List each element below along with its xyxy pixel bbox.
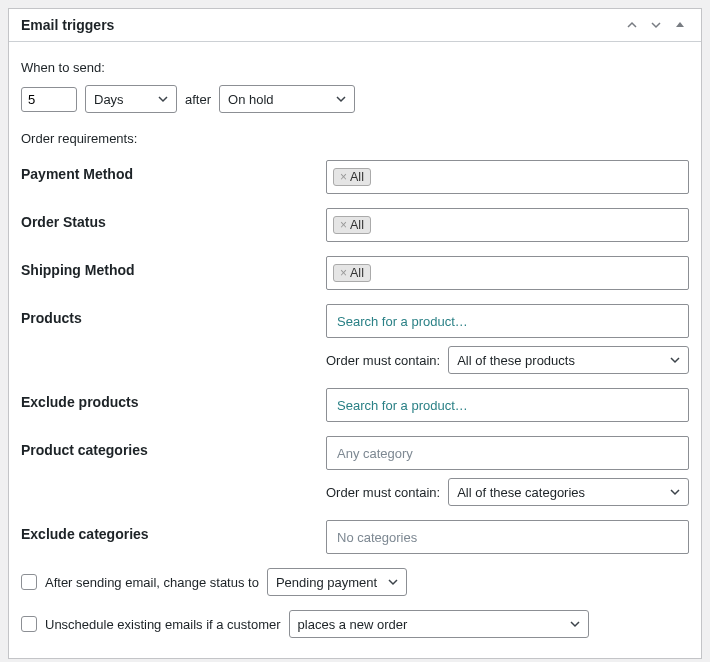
shipping-method-label: Shipping Method	[21, 256, 326, 278]
panel-header-controls	[627, 20, 689, 30]
panel-body: When to send: Days after On hold Order r…	[9, 42, 701, 658]
products-search-placeholder: Search for a product…	[337, 314, 468, 329]
after-sending-row: After sending email, change status to Pe…	[21, 568, 689, 596]
exclude-products-row: Exclude products Search for a product…	[21, 388, 689, 422]
exclude-categories-input[interactable]: No categories	[326, 520, 689, 554]
payment-method-input[interactable]: ×All	[326, 160, 689, 194]
exclude-categories-row: Exclude categories No categories	[21, 520, 689, 554]
product-categories-row: Product categories Any category Order mu…	[21, 436, 689, 506]
token-all[interactable]: ×All	[333, 168, 371, 186]
chevron-down-icon	[670, 355, 680, 365]
after-status-value: On hold	[228, 92, 274, 107]
shipping-method-input[interactable]: ×All	[326, 256, 689, 290]
chevron-down-icon	[570, 619, 580, 629]
categories-must-contain-label: Order must contain:	[326, 485, 440, 500]
collapse-toggle-icon[interactable]	[675, 20, 689, 30]
chevron-down-icon	[336, 94, 346, 104]
token-all[interactable]: ×All	[333, 264, 371, 282]
remove-token-icon[interactable]: ×	[340, 170, 347, 184]
chevron-down-icon	[670, 487, 680, 497]
panel-header: Email triggers	[9, 9, 701, 42]
exclude-categories-label: Exclude categories	[21, 520, 326, 542]
products-row: Products Search for a product… Order mus…	[21, 304, 689, 374]
shipping-method-row: Shipping Method ×All	[21, 256, 689, 290]
when-to-send-heading: When to send:	[21, 60, 689, 75]
products-label: Products	[21, 304, 326, 326]
delay-unit-select[interactable]: Days	[85, 85, 177, 113]
categories-must-contain-value: All of these categories	[457, 485, 585, 500]
order-requirements-heading: Order requirements:	[21, 131, 689, 146]
after-sending-status-select[interactable]: Pending payment	[267, 568, 407, 596]
exclude-categories-placeholder: No categories	[337, 530, 417, 545]
unschedule-checkbox[interactable]	[21, 616, 37, 632]
exclude-products-search-input[interactable]: Search for a product…	[326, 388, 689, 422]
products-must-contain-label: Order must contain:	[326, 353, 440, 368]
after-sending-status-value: Pending payment	[276, 575, 377, 590]
after-sending-checkbox[interactable]	[21, 574, 37, 590]
chevron-down-icon	[158, 94, 168, 104]
payment-method-row: Payment Method ×All	[21, 160, 689, 194]
unschedule-condition-select[interactable]: places a new order	[289, 610, 589, 638]
after-status-select[interactable]: On hold	[219, 85, 355, 113]
delay-amount-input[interactable]	[21, 87, 77, 112]
order-status-row: Order Status ×All	[21, 208, 689, 242]
unschedule-condition-value: places a new order	[298, 617, 408, 632]
unschedule-row: Unschedule existing emails if a customer…	[21, 610, 689, 638]
token-all[interactable]: ×All	[333, 216, 371, 234]
payment-method-label: Payment Method	[21, 160, 326, 182]
products-must-contain-value: All of these products	[457, 353, 575, 368]
products-must-contain-row: Order must contain: All of these product…	[326, 346, 689, 374]
after-label: after	[185, 92, 211, 107]
panel-title: Email triggers	[21, 17, 114, 33]
product-categories-placeholder: Any category	[337, 446, 413, 461]
exclude-products-label: Exclude products	[21, 388, 326, 410]
move-up-icon[interactable]	[627, 20, 641, 30]
email-triggers-panel: Email triggers When to send: Days after …	[8, 8, 702, 659]
delay-unit-value: Days	[94, 92, 124, 107]
when-to-send-row: Days after On hold	[21, 85, 689, 113]
order-status-label: Order Status	[21, 208, 326, 230]
products-search-input[interactable]: Search for a product…	[326, 304, 689, 338]
order-status-input[interactable]: ×All	[326, 208, 689, 242]
remove-token-icon[interactable]: ×	[340, 266, 347, 280]
categories-must-contain-select[interactable]: All of these categories	[448, 478, 689, 506]
remove-token-icon[interactable]: ×	[340, 218, 347, 232]
after-sending-label: After sending email, change status to	[45, 575, 259, 590]
move-down-icon[interactable]	[651, 20, 665, 30]
product-categories-input[interactable]: Any category	[326, 436, 689, 470]
chevron-down-icon	[388, 577, 398, 587]
products-must-contain-select[interactable]: All of these products	[448, 346, 689, 374]
product-categories-label: Product categories	[21, 436, 326, 458]
categories-must-contain-row: Order must contain: All of these categor…	[326, 478, 689, 506]
exclude-products-placeholder: Search for a product…	[337, 398, 468, 413]
unschedule-label: Unschedule existing emails if a customer	[45, 617, 281, 632]
